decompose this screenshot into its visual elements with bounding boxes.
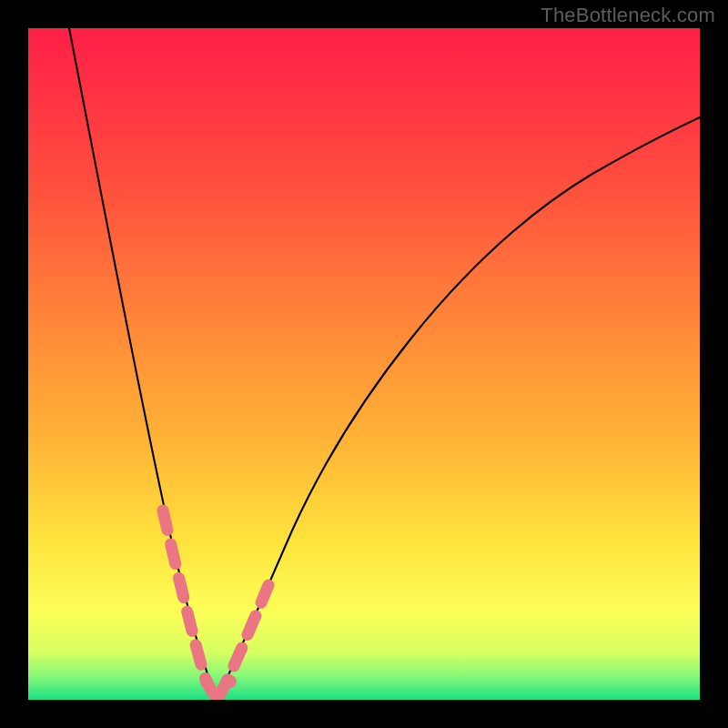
bottleneck-curve	[28, 28, 700, 700]
marker-dot	[224, 675, 237, 688]
watermark-text: TheBottleneck.com	[541, 4, 715, 27]
marker-dot	[200, 675, 213, 688]
curve-full	[69, 28, 700, 697]
plot-area	[28, 28, 700, 700]
highlight-dashes-left	[163, 511, 217, 697]
